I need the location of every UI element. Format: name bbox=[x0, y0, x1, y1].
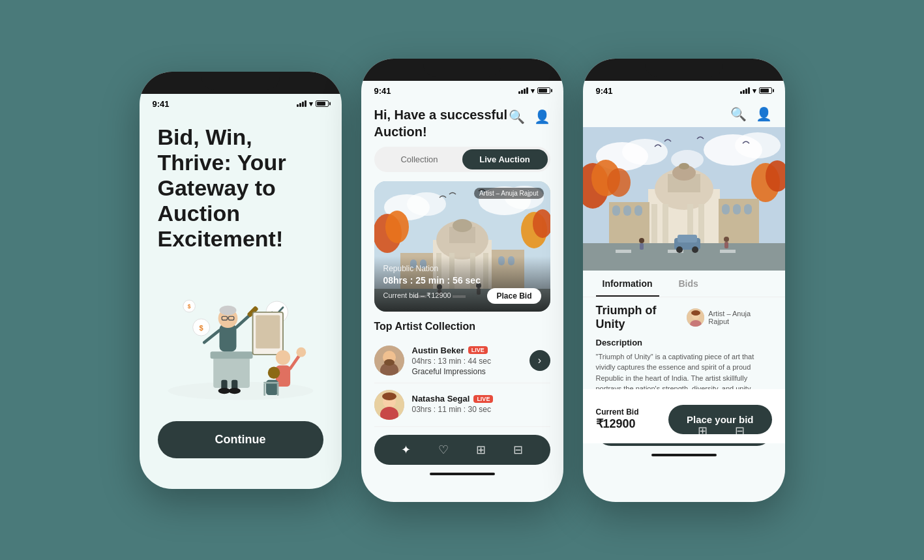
battery-icon-1 bbox=[316, 100, 329, 107]
battery-icon-3 bbox=[759, 87, 772, 94]
hero-illustration: $ $ bbox=[151, 265, 330, 408]
status-bar-3: 9:41 ▾ bbox=[583, 81, 785, 98]
tab-live-auction[interactable]: Live Auction bbox=[462, 149, 548, 169]
search-icon-3[interactable]: 🔍 bbox=[730, 106, 747, 122]
svg-rect-88 bbox=[663, 204, 668, 248]
nav-bag-3[interactable]: ⊟ bbox=[735, 424, 745, 438]
place-bid-button[interactable]: Place Bid bbox=[487, 288, 541, 304]
header-icons-2: 🔍 👤 bbox=[509, 106, 550, 125]
auction-card-overlay: Republic Nation 08hrs : 25 min : 56 sec … bbox=[374, 256, 550, 312]
svg-point-114 bbox=[691, 310, 700, 316]
greeting-message: Hi, Have a successful Auction! bbox=[374, 106, 509, 140]
svg-point-75 bbox=[735, 132, 781, 158]
svg-rect-110 bbox=[724, 242, 728, 248]
svg-point-73 bbox=[622, 139, 668, 165]
svg-rect-97 bbox=[733, 204, 741, 214]
svg-rect-18 bbox=[256, 315, 280, 348]
arrow-btn-1[interactable]: › bbox=[529, 350, 550, 371]
continue-button[interactable]: Continue bbox=[158, 421, 323, 458]
artist-mini-avatar bbox=[687, 308, 704, 327]
svg-point-34 bbox=[407, 192, 446, 216]
notch-1 bbox=[201, 72, 280, 90]
bottom-nav-2: ✦ ♡ ⊞ ⊟ bbox=[374, 435, 550, 465]
greeting-text: Hi, Have a successful Auction! bbox=[374, 106, 509, 140]
current-bid-label-3: Current Bid bbox=[596, 407, 639, 417]
svg-rect-29 bbox=[263, 382, 278, 384]
svg-point-8 bbox=[219, 306, 236, 316]
artwork-svg-3 bbox=[583, 127, 785, 271]
artist-info-2: Natasha Segal LIVE 03hrs : 11 min : 30 s… bbox=[412, 394, 550, 415]
svg-point-23 bbox=[275, 350, 290, 364]
greeting-header: Hi, Have a successful Auction! 🔍 👤 bbox=[361, 98, 563, 147]
svg-rect-93 bbox=[623, 205, 631, 216]
artist-timer-2: 03hrs : 11 min : 30 sec bbox=[412, 405, 550, 414]
time-1: 9:41 bbox=[153, 99, 170, 109]
artist-name-row-2: Natasha Segal LIVE bbox=[412, 394, 550, 404]
status-icons-2: ▾ bbox=[518, 87, 550, 95]
artist-name-2: Natasha Segal bbox=[412, 394, 470, 404]
signal-icon-1 bbox=[297, 100, 306, 107]
artist-collection-1: Graceful Impressions bbox=[412, 367, 522, 376]
artist-name-1: Austin Beker bbox=[412, 346, 464, 355]
artist-badge-3: Artist – Anuja Rajput bbox=[687, 308, 771, 327]
search-icon-2[interactable]: 🔍 bbox=[509, 109, 525, 125]
profile-icon-2[interactable]: 👤 bbox=[534, 109, 550, 125]
live-badge-1: LIVE bbox=[468, 346, 488, 354]
svg-point-22 bbox=[228, 388, 241, 394]
wifi-icon-2: ▾ bbox=[531, 87, 535, 95]
phone-1-top bbox=[140, 72, 342, 94]
svg-point-26 bbox=[296, 347, 306, 357]
svg-point-38 bbox=[385, 211, 409, 243]
tab-information[interactable]: Information bbox=[596, 278, 659, 297]
profile-icon-3[interactable]: 👤 bbox=[756, 106, 772, 122]
notch-2 bbox=[423, 59, 501, 77]
tab-bar-2: Collection Live Auction bbox=[374, 147, 550, 172]
home-indicator-2 bbox=[430, 473, 495, 475]
bid-bar-3: Current Bid ₹12900 Place your bid bbox=[583, 396, 785, 443]
status-icons-3: ▾ bbox=[740, 87, 772, 95]
nav-bag-2[interactable]: ⊟ bbox=[513, 443, 523, 457]
auction-card-main: Artist – Anuja Rajput Republic Nation 08… bbox=[374, 181, 550, 312]
phone-2-content: Hi, Have a successful Auction! 🔍 👤 Colle… bbox=[361, 98, 563, 427]
status-bar-1: 9:41 ▾ bbox=[140, 94, 342, 111]
artist-mini-name-3: Artist – Anuja Rajput bbox=[708, 310, 771, 325]
svg-rect-92 bbox=[612, 205, 620, 216]
artwork-title: Triumph of Unity bbox=[596, 304, 687, 331]
artist-info-1: Austin Beker LIVE 04hrs : 13 min : 44 se… bbox=[412, 346, 522, 376]
phone-2-top bbox=[361, 59, 563, 81]
nav-image-3[interactable]: ⊞ bbox=[698, 424, 708, 438]
wifi-icon-1: ▾ bbox=[309, 100, 313, 108]
nav-compass-2[interactable]: ✦ bbox=[401, 443, 411, 457]
phone-3-top bbox=[583, 59, 785, 81]
wifi-icon-3: ▾ bbox=[753, 87, 756, 95]
artist-item-2: Natasha Segal LIVE 03hrs : 11 min : 30 s… bbox=[374, 383, 550, 427]
home-indicator-3 bbox=[651, 454, 717, 456]
info-tabs-3: Information Bids bbox=[583, 271, 785, 297]
place-bid-big-button[interactable]: Place your bid bbox=[668, 405, 772, 434]
artist-avatar-1 bbox=[374, 346, 404, 376]
tab-collection[interactable]: Collection bbox=[377, 149, 462, 169]
phone-2: 9:41 ▾ Hi, Have a successful Auction! 🔍 bbox=[361, 59, 563, 502]
svg-rect-94 bbox=[634, 205, 642, 216]
signal-icon-2 bbox=[518, 87, 528, 94]
svg-point-27 bbox=[267, 366, 280, 379]
artist-item-1: Austin Beker LIVE 04hrs : 13 min : 44 se… bbox=[374, 339, 550, 383]
nav-heart-2[interactable]: ♡ bbox=[438, 443, 449, 457]
artist-name-row-1: Austin Beker LIVE bbox=[412, 346, 522, 355]
status-icons-1: ▾ bbox=[297, 100, 329, 108]
tab-bids[interactable]: Bids bbox=[672, 278, 705, 297]
card-artist-tag: Artist – Anuja Rajput bbox=[474, 188, 544, 199]
artwork-title-row: Triumph of Unity Artist – Anuja Rajput bbox=[596, 304, 772, 331]
live-badge-2: LIVE bbox=[473, 395, 493, 403]
svg-text:$: $ bbox=[187, 303, 190, 310]
svg-point-106 bbox=[692, 246, 698, 253]
battery-icon-2 bbox=[537, 87, 550, 94]
artist-timer-1: 04hrs : 13 min : 44 sec bbox=[412, 357, 522, 366]
nav-heart-3[interactable]: ♡ bbox=[660, 424, 670, 438]
card-bid-amount: Current bid – ₹12900 bbox=[383, 291, 451, 300]
card-timer: 08hrs : 25 min : 56 sec bbox=[383, 275, 541, 286]
nav-image-2[interactable]: ⊞ bbox=[476, 443, 486, 457]
svg-rect-104 bbox=[678, 235, 697, 243]
svg-point-86 bbox=[679, 163, 689, 169]
card-location: Republic Nation bbox=[383, 264, 541, 273]
